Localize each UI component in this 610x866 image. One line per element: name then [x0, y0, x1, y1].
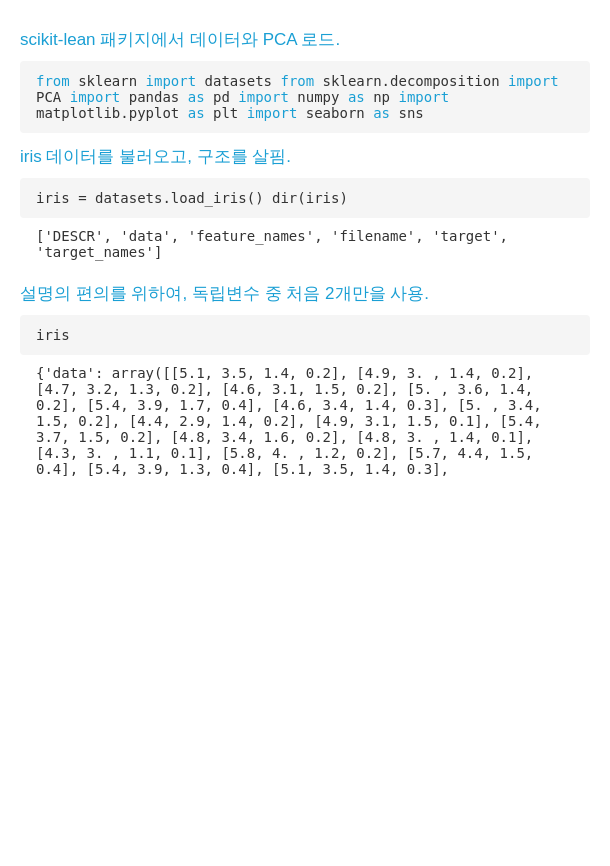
output-iris-data-text: {'data': array([[5.1, 3.5, 1.4, 0.2], [4…	[36, 365, 542, 477]
output-dir-iris-text: ['DESCR', 'data', 'feature_names', 'file…	[36, 228, 508, 260]
code-block-iris-var: iris	[20, 315, 590, 355]
output-iris-data: {'data': array([[5.1, 3.5, 1.4, 0.2], [4…	[20, 359, 590, 487]
code-block-load-iris: iris = datasets.load_iris() dir(iris)	[20, 178, 590, 218]
output-dir-iris: ['DESCR', 'data', 'feature_names', 'file…	[20, 222, 590, 270]
heading-2: iris 데이터를 불러오고, 구조를 살핌.	[20, 145, 590, 168]
code-imports: from sklearn import datasets from sklear…	[36, 73, 559, 121]
code-load-iris: iris = datasets.load_iris() dir(iris)	[36, 190, 348, 206]
code-block-imports: from sklearn import datasets from sklear…	[20, 61, 590, 133]
code-iris-var: iris	[36, 327, 70, 343]
heading-1: scikit-lean 패키지에서 데이터와 PCA 로드.	[20, 28, 590, 51]
heading-3: 설명의 편의를 위하여, 독립변수 중 처음 2개만을 사용.	[20, 282, 590, 305]
